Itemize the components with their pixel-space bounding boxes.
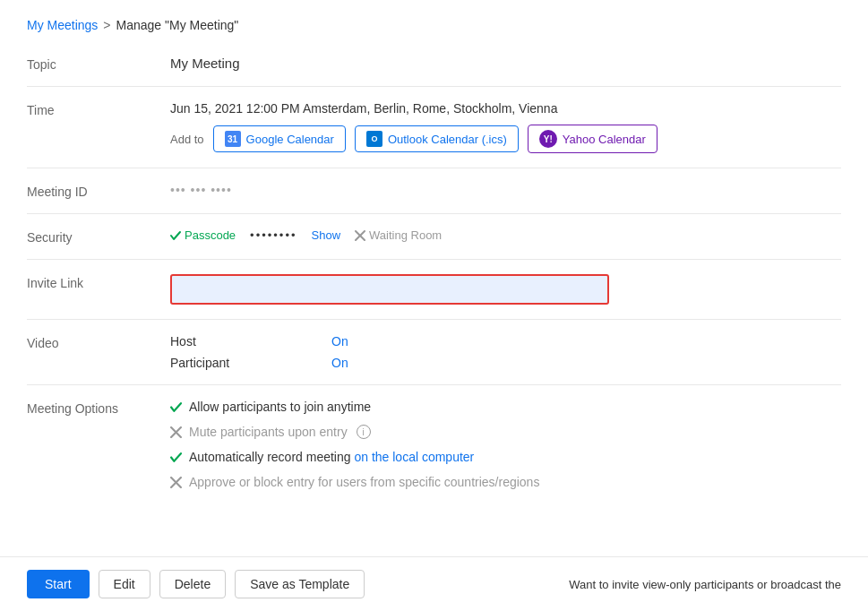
time-text: Jun 15, 2021 12:00 PM Amsterdam, Berlin,… [170, 101, 841, 116]
option-1-check [170, 401, 182, 413]
option-item-1: Allow participants to join anytime [170, 400, 841, 414]
video-label: Video [27, 334, 170, 350]
topic-label: Topic [27, 56, 170, 72]
invite-link-label: Invite Link [27, 274, 170, 290]
option-item-4: Approve or block entry for users from sp… [170, 475, 841, 489]
checkmark-icon [170, 401, 182, 413]
option-3-check [170, 452, 182, 463]
options-list: Allow participants to join anytime Mute … [170, 400, 841, 489]
edit-button[interactable]: Edit [99, 570, 150, 598]
option-2-check [170, 426, 182, 438]
checkmark-icon [170, 230, 181, 241]
google-icon: 31 [225, 131, 241, 147]
breadcrumb-link[interactable]: My Meetings [27, 18, 98, 32]
host-video-row: Host On [170, 334, 841, 349]
host-status: On [331, 334, 348, 349]
time-value-container: Jun 15, 2021 12:00 PM Amsterdam, Berlin,… [170, 101, 841, 153]
meeting-options-value: Allow participants to join anytime Mute … [170, 400, 841, 489]
outlook-calendar-label: Outlook Calendar (.ics) [388, 133, 507, 146]
security-row: Security Passcode •••••••• Show Waiting … [27, 214, 841, 260]
invite-link-row: Invite Link [27, 260, 841, 320]
yahoo-icon: Y! [539, 130, 557, 148]
option-1-text: Allow participants to join anytime [189, 400, 371, 414]
google-calendar-label: Google Calendar [246, 133, 334, 146]
outlook-calendar-button[interactable]: O Outlook Calendar (.ics) [355, 125, 519, 152]
invite-link-input[interactable] [170, 274, 609, 305]
security-label: Security [27, 228, 170, 245]
topic-text: My Meeting [170, 56, 240, 71]
info-icon[interactable]: i [357, 425, 371, 439]
video-value: Host On Participant On [170, 334, 841, 370]
meeting-id-row: Meeting ID ••• ••• •••• [27, 168, 841, 214]
invite-link-value [170, 274, 841, 305]
option-4-check [170, 477, 182, 488]
security-inner: Passcode •••••••• Show Waiting Room [170, 228, 841, 242]
meeting-id-value: ••• ••• •••• [170, 183, 841, 197]
add-to-row: Add to 31 Google Calendar O Outlook Cale… [170, 125, 841, 153]
passcode-check: Passcode [170, 228, 236, 242]
option-item-2: Mute participants upon entry i [170, 425, 841, 439]
outlook-icon: O [366, 131, 382, 147]
meeting-options-row: Meeting Options Allow participants to jo… [27, 385, 841, 503]
passcode-dots: •••••••• [250, 228, 296, 242]
save-template-button[interactable]: Save as Template [235, 570, 365, 598]
video-row: Video Host On Participant On [27, 320, 841, 385]
option-item-3: Automatically record meeting on the loca… [170, 450, 841, 464]
start-button[interactable]: Start [27, 570, 90, 598]
time-row: Time Jun 15, 2021 12:00 PM Amsterdam, Be… [27, 87, 841, 168]
google-calendar-button[interactable]: 31 Google Calendar [213, 125, 346, 152]
meeting-id-text: ••• ••• •••• [170, 183, 232, 197]
breadcrumb-separator: > [103, 18, 110, 32]
footer: Start Edit Delete Save as Template Want … [0, 556, 868, 611]
participant-video-row: Participant On [170, 356, 841, 370]
breadcrumb-current: Manage "My Meeting" [116, 18, 239, 32]
topic-value: My Meeting [170, 56, 841, 71]
option-2-text: Mute participants upon entry [189, 425, 348, 439]
participant-label: Participant [170, 356, 260, 370]
breadcrumb: My Meetings > Manage "My Meeting" [0, 0, 868, 41]
meeting-id-label: Meeting ID [27, 183, 170, 199]
time-label: Time [27, 101, 170, 117]
add-to-label: Add to [170, 133, 204, 146]
x-icon [170, 426, 182, 438]
show-passcode-link[interactable]: Show [312, 228, 341, 242]
option-3-text: Automatically record meeting on the loca… [189, 450, 474, 464]
yahoo-calendar-label: Yahoo Calendar [563, 133, 646, 146]
main-content: Topic My Meeting Time Jun 15, 2021 12:00… [0, 41, 868, 556]
footer-invite-text: Want to invite view-only participants or… [569, 578, 841, 591]
x-icon [170, 477, 182, 488]
passcode-label: Passcode [185, 228, 236, 242]
video-rows: Host On Participant On [170, 334, 841, 370]
option-4-text: Approve or block entry for users from sp… [189, 475, 539, 489]
page-container: My Meetings > Manage "My Meeting" Topic … [0, 0, 868, 611]
meeting-options-label: Meeting Options [27, 400, 170, 416]
x-icon [355, 230, 365, 241]
yahoo-calendar-button[interactable]: Y! Yahoo Calendar [528, 125, 657, 153]
waiting-room-label: Waiting Room [369, 228, 442, 242]
security-value: Passcode •••••••• Show Waiting Room [170, 228, 841, 242]
waiting-room-check: Waiting Room [355, 228, 442, 242]
participant-status: On [331, 356, 348, 370]
delete-button[interactable]: Delete [159, 570, 226, 598]
host-label: Host [170, 334, 260, 349]
topic-row: Topic My Meeting [27, 41, 841, 87]
checkmark-icon [170, 452, 182, 463]
